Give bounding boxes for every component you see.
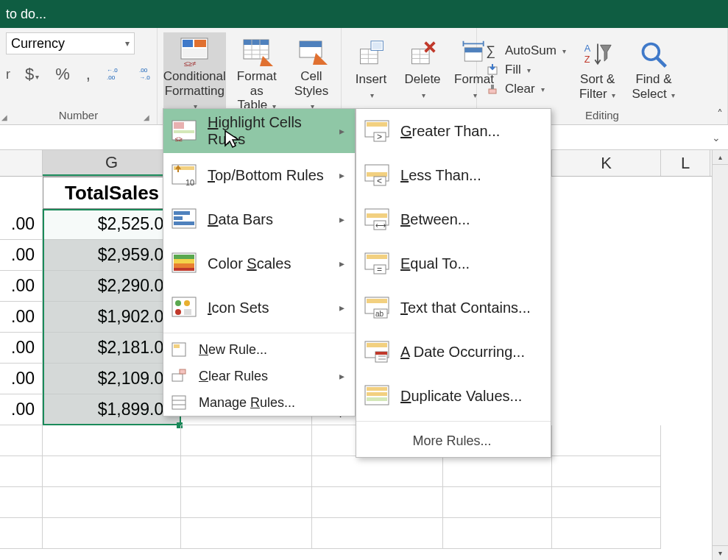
cell-empty[interactable] bbox=[43, 425, 181, 456]
cell-g-2[interactable]: $2,959.00 bbox=[43, 240, 181, 271]
menu-label: Greater Than... bbox=[400, 123, 500, 140]
between-icon: ⟷ bbox=[364, 206, 390, 233]
cell-f-2[interactable]: .00 bbox=[0, 240, 43, 271]
menu-data-bars[interactable]: Data Bars ▸ bbox=[163, 197, 355, 241]
submenu-more-rules[interactable]: More Rules... bbox=[356, 425, 551, 457]
svg-text:A: A bbox=[584, 43, 591, 54]
column-header-g[interactable]: G bbox=[43, 150, 181, 176]
clear-button[interactable]: Clear▾ bbox=[483, 80, 569, 98]
cell-f-7[interactable]: .00 bbox=[0, 394, 43, 425]
cell-g-3[interactable]: $2,290.00 bbox=[43, 271, 181, 302]
percent-format-button[interactable]: % bbox=[51, 63, 74, 85]
submenu-equal-to[interactable]: = Equal To... bbox=[356, 241, 551, 286]
cell-f-4[interactable]: .00 bbox=[0, 302, 43, 333]
svg-point-58 bbox=[175, 309, 181, 315]
cell-g-5[interactable]: $2,181.00 bbox=[43, 333, 181, 364]
cell-empty[interactable] bbox=[312, 518, 443, 549]
highlight-cells-icon: ≤≥ bbox=[171, 118, 197, 144]
cell-styles-button[interactable]: Cell Styles ▾ bbox=[288, 32, 335, 116]
find-select-button[interactable]: Find & Select ▾ bbox=[626, 35, 681, 104]
scroll-down-icon[interactable]: ▾ bbox=[713, 545, 728, 560]
cell-empty[interactable] bbox=[0, 487, 43, 518]
icon-sets-icon bbox=[171, 294, 197, 321]
submenu-less-than[interactable]: < Less Than... bbox=[356, 153, 551, 197]
sort-filter-label: Sort & Filter ▾ bbox=[579, 72, 616, 101]
sort-filter-icon: AZ bbox=[582, 38, 614, 71]
cell-empty[interactable] bbox=[552, 487, 661, 518]
autosum-label: AutoSum bbox=[505, 43, 556, 58]
cell-g-7[interactable]: $1,899.00 bbox=[43, 394, 181, 425]
menu-top-bottom-rules[interactable]: 10 Top/Bottom Rules ▸ bbox=[163, 153, 355, 197]
svg-rect-17 bbox=[300, 41, 322, 47]
svg-rect-88 bbox=[367, 343, 387, 347]
svg-point-57 bbox=[184, 300, 190, 306]
increase-decimal-button[interactable]: ←.0.00 bbox=[102, 64, 127, 85]
submenu-greater-than[interactable]: > Greater Than... bbox=[356, 109, 551, 153]
column-header-l[interactable]: L bbox=[661, 150, 710, 176]
cell-empty[interactable] bbox=[443, 518, 552, 549]
format-as-table-button[interactable]: Format as Table ▾ bbox=[230, 32, 283, 116]
cell-empty[interactable] bbox=[552, 518, 661, 549]
collapse-ribbon-icon[interactable]: ˄ bbox=[717, 107, 723, 121]
cell-empty[interactable] bbox=[43, 487, 181, 518]
delete-button[interactable]: Delete▾ bbox=[399, 35, 446, 104]
menu-clear-rules[interactable]: Clear Rules ▸ bbox=[163, 363, 355, 389]
cell-empty[interactable] bbox=[312, 456, 443, 487]
cell-f-3[interactable]: .00 bbox=[0, 271, 43, 302]
svg-text:→.0: →.0 bbox=[139, 74, 150, 81]
conditional-formatting-button[interactable]: ≤≥≠ Conditional Formatting ▾ bbox=[163, 32, 226, 116]
menu-icon-sets[interactable]: Icon Sets ▸ bbox=[163, 286, 355, 330]
menu-new-rule[interactable]: New Rule... bbox=[163, 336, 355, 363]
cell-empty[interactable] bbox=[43, 518, 181, 549]
vertical-scrollbar[interactable]: ▴ ▾ bbox=[712, 150, 728, 560]
svg-rect-90 bbox=[375, 352, 387, 355]
submenu-date-occurring[interactable]: A Date Occurring... bbox=[356, 330, 551, 374]
cell-empty[interactable] bbox=[0, 518, 43, 549]
column-header-f[interactable] bbox=[0, 150, 43, 176]
number-dialog-launcher-icon[interactable]: ◢ bbox=[144, 113, 149, 121]
cell-f-5[interactable]: .00 bbox=[0, 333, 43, 364]
cell-empty[interactable] bbox=[181, 487, 312, 518]
cell-empty[interactable] bbox=[552, 456, 661, 487]
submenu-between[interactable]: ⟷ Between... bbox=[356, 197, 551, 241]
formula-bar-expand-icon[interactable]: ⌄ bbox=[704, 132, 728, 143]
cell-f-6[interactable]: .00 bbox=[0, 364, 43, 394]
scroll-up-icon[interactable]: ▴ bbox=[713, 150, 728, 165]
cell-empty[interactable] bbox=[312, 487, 443, 518]
cell-g-4[interactable]: $1,902.00 bbox=[43, 302, 181, 333]
cell-empty[interactable] bbox=[0, 425, 43, 456]
autosum-button[interactable]: ∑ AutoSum▾ bbox=[483, 42, 569, 60]
cell-g-1[interactable]: $2,525.00 bbox=[43, 209, 181, 240]
menu-manage-rules[interactable]: Manage Rules... bbox=[163, 389, 355, 416]
menu-highlight-cells-rules[interactable]: ≤≥ Highlight Cells Rules ▸ bbox=[163, 109, 355, 153]
fill-button[interactable]: Fill▾ bbox=[483, 61, 569, 79]
cell-empty[interactable] bbox=[181, 425, 312, 456]
decrease-decimal-button[interactable]: .00→.0 bbox=[135, 64, 160, 85]
menu-label: New Rule... bbox=[199, 342, 267, 358]
menu-color-scales[interactable]: Color Scales ▸ bbox=[163, 241, 355, 286]
cell-empty[interactable] bbox=[552, 425, 661, 456]
cell-g-6[interactable]: $2,109.00 bbox=[43, 364, 181, 394]
cell-empty[interactable] bbox=[181, 456, 312, 487]
sort-filter-button[interactable]: AZ Sort & Filter ▾ bbox=[573, 35, 622, 104]
submenu-duplicate-values[interactable]: Duplicate Values... bbox=[356, 374, 551, 418]
insert-button[interactable]: Insert▾ bbox=[347, 35, 395, 104]
number-format-select[interactable]: Currency bbox=[6, 32, 135, 54]
cell-empty[interactable] bbox=[443, 487, 552, 518]
cell-total-sales-header[interactable]: TotalSales bbox=[43, 177, 181, 209]
comma-format-button[interactable]: , bbox=[82, 63, 95, 85]
menu-label: Text that Contains... bbox=[400, 300, 531, 316]
cell-empty[interactable] bbox=[443, 456, 552, 487]
cell-empty[interactable] bbox=[181, 518, 312, 549]
number-dialog-launcher-icon-left[interactable]: ◢ bbox=[1, 113, 7, 121]
color-scales-icon bbox=[171, 250, 197, 277]
cell-empty[interactable] bbox=[43, 456, 181, 487]
insert-label: Insert▾ bbox=[356, 72, 387, 101]
accounting-format-button[interactable]: $▾ bbox=[21, 63, 43, 85]
column-header-k[interactable]: K bbox=[552, 150, 661, 176]
submenu-text-contains[interactable]: ab Text that Contains... bbox=[356, 286, 551, 330]
svg-rect-96 bbox=[367, 397, 387, 401]
cell-f-1[interactable]: .00 bbox=[0, 209, 43, 240]
svg-rect-61 bbox=[174, 344, 180, 348]
cell-empty[interactable] bbox=[0, 456, 43, 487]
